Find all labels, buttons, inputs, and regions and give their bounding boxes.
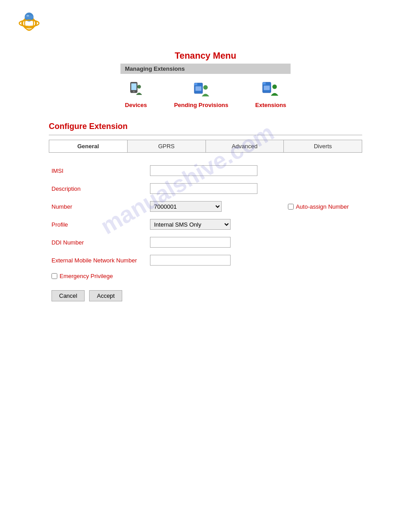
description-input[interactable]: [150, 183, 257, 194]
logo-icon: [13, 9, 45, 36]
svg-point-5: [26, 15, 29, 17]
tab-diverts[interactable]: Diverts: [284, 140, 362, 152]
number-select[interactable]: 7000001: [150, 201, 222, 212]
description-row: Description: [49, 180, 362, 197]
svg-rect-17: [264, 86, 270, 90]
configure-extension-title: Configure Extension: [49, 122, 362, 131]
device-icon: [125, 79, 147, 102]
nav-item-pending-label: Pending Provisions: [174, 102, 228, 108]
svg-point-10: [137, 85, 141, 89]
accept-button[interactable]: Accept: [89, 290, 122, 301]
profile-row: Profile Internal SMS Only Standard Data …: [49, 215, 362, 233]
logo-area: [0, 0, 411, 46]
svg-marker-16: [262, 82, 265, 85]
svg-marker-12: [194, 83, 197, 85]
svg-point-14: [203, 85, 208, 90]
extension-icon: [260, 79, 282, 102]
form-table: IMSI Description: [49, 162, 362, 269]
external-mobile-input[interactable]: [150, 255, 231, 266]
nav-item-extensions-label: Extensions: [255, 102, 286, 108]
emergency-privilege-row: Emergency Privilege: [49, 269, 362, 283]
imsi-row: IMSI: [49, 162, 362, 180]
external-mobile-row: External Mobile Network Number: [49, 251, 362, 269]
emergency-privilege-label: Emergency Privilege: [60, 273, 113, 279]
emergency-privilege-checkbox[interactable]: [51, 273, 57, 279]
profile-label: Profile: [49, 215, 147, 233]
nav-item-devices-label: Devices: [125, 102, 147, 108]
buttons-row: Cancel Accept: [49, 283, 362, 304]
section-divider: [49, 135, 362, 135]
auto-assign-checkbox[interactable]: [288, 204, 294, 210]
external-mobile-label: External Mobile Network Number: [49, 251, 147, 269]
configure-extension-section: Configure Extension General GPRS Advance…: [49, 122, 362, 304]
auto-assign-label: Auto-assign Number: [296, 203, 349, 210]
number-input-cell: 7000001: [147, 197, 276, 215]
nav-item-extensions[interactable]: Extensions: [255, 79, 286, 108]
nav-item-pending-provisions[interactable]: Pending Provisions: [174, 79, 228, 108]
nav-item-devices[interactable]: Devices: [125, 79, 147, 108]
ddi-row: DDI Number: [49, 233, 362, 251]
cancel-button[interactable]: Cancel: [51, 290, 85, 301]
tab-general[interactable]: General: [49, 140, 128, 152]
ddi-input[interactable]: [150, 237, 231, 248]
page-wrapper: Tenancy Menu Managing Extensions Devices: [0, 0, 411, 532]
svg-point-4: [25, 15, 34, 19]
imsi-input[interactable]: [150, 165, 257, 176]
ddi-input-cell: [147, 233, 276, 251]
ddi-label: DDI Number: [49, 233, 147, 251]
tabs-row: General GPRS Advanced Diverts: [49, 140, 362, 153]
nav-icons-row: Devices Pending Provisions: [125, 79, 287, 108]
managing-extensions-bar: Managing Extensions: [120, 64, 291, 74]
profile-input-cell: Internal SMS Only Standard Data Only Voi…: [147, 215, 276, 233]
auto-assign-cell: Auto-assign Number: [279, 203, 360, 210]
imsi-label: IMSI: [49, 162, 147, 180]
imsi-input-cell: [147, 162, 276, 180]
external-mobile-input-cell: [147, 251, 276, 269]
svg-point-9: [133, 91, 134, 92]
tab-advanced[interactable]: Advanced: [206, 140, 284, 152]
description-label: Description: [49, 180, 147, 197]
tab-gprs[interactable]: GPRS: [128, 140, 206, 152]
main-content: Tenancy Menu Managing Extensions Devices: [0, 46, 411, 304]
number-row: Number 7000001 Auto-assign Number: [49, 197, 362, 215]
profile-select[interactable]: Internal SMS Only Standard Data Only Voi…: [150, 219, 231, 230]
svg-rect-8: [131, 83, 137, 90]
svg-rect-13: [196, 86, 201, 91]
number-label: Number: [49, 197, 147, 215]
tenancy-menu-title: Tenancy Menu: [175, 51, 236, 61]
description-input-cell: [147, 180, 276, 197]
provision-icon: [190, 79, 212, 102]
svg-point-18: [272, 85, 277, 89]
